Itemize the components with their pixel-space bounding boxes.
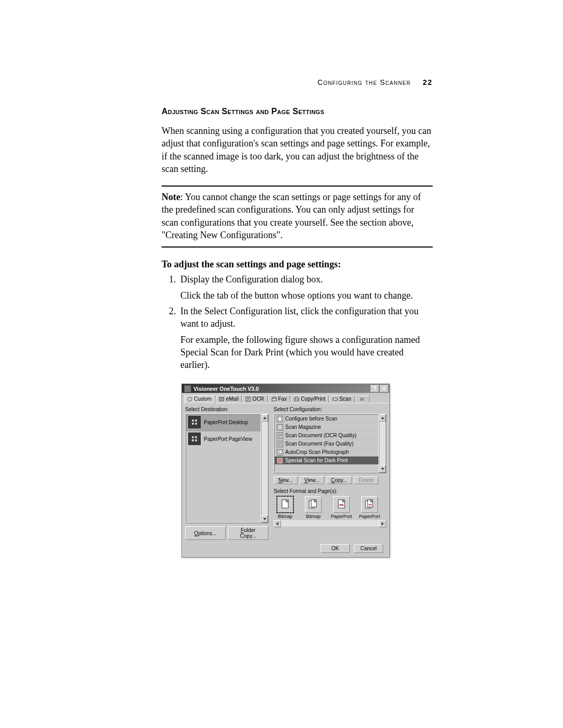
svg-rect-10 [278,417,282,421]
dialog-footer: OK Cancel [185,540,386,557]
step-1-text-b: Click the tab of the button whose option… [180,289,433,302]
step-2-text-b: For example, the following figure shows … [180,334,433,372]
config-autocrop-photo[interactable]: AutoCrop Scan Photograph [275,448,378,456]
paperport-pageview-icon [188,433,201,445]
tab-copyprint-label: Copy/Print [301,396,325,402]
config-special-scan-dark-print[interactable]: Special Scan for Dark Print [275,456,378,465]
tab-settings[interactable] [356,396,370,403]
hscroll-right-button[interactable] [379,520,386,527]
select-destination-label: Select Destination: [185,406,268,412]
folder-copy-button[interactable]: Folder Copy... [228,526,268,540]
destination-paperport-desktop-label: PaperPort Desktop [204,419,248,425]
config-label-2: Scan Document (OCR Quality) [285,433,357,438]
copy-config-button[interactable]: Copy... [326,476,352,484]
cfg-scroll-track[interactable] [380,422,386,465]
custom-config-icon [277,458,283,464]
svg-rect-24 [369,504,372,505]
right-column: Select Configuration: Configure before S… [274,406,386,540]
format-hscrollbar[interactable] [274,520,386,526]
dialog-window: Visioneer OneTouch V3.0 ? × Custom eMail [181,384,390,558]
photo-icon [277,449,283,455]
tab-custom-label: Custom [194,396,212,402]
tab-ocr[interactable]: OCR [242,395,267,403]
hscroll-left-button[interactable] [274,520,281,527]
ocr-icon [246,397,251,402]
scanner-icon [333,397,338,402]
format-paperport-multi-label: PaperPort [359,514,381,519]
format-paperport-multi[interactable]: PaperPort [358,496,381,519]
svg-rect-21 [339,504,344,506]
scroll-up-button[interactable] [262,414,268,422]
ok-button[interactable]: OK [321,544,350,553]
format-bitmap-multi-label: Bitmap [306,514,321,519]
printer-icon [294,397,299,402]
bitmap-multi-icon [305,496,322,513]
tab-scan-label: Scan [339,396,351,402]
config-scan-magazine[interactable]: Scan Magazine [275,423,378,431]
step-1-text-a: Display the Configuration dialog box. [180,274,323,285]
email-icon [219,397,224,402]
document-icon [277,416,283,422]
format-bitmap-single[interactable]: Bitmap [274,496,297,519]
tab-email[interactable]: eMail [216,395,242,403]
svg-rect-8 [360,398,362,401]
note-box: Note: You cannot change the scan setting… [162,186,433,248]
tab-scan[interactable]: Scan [329,395,355,403]
tab-copyprint[interactable]: Copy/Print [291,395,329,403]
tab-fax-label: Fax [278,396,287,402]
destination-scrollbar[interactable] [261,414,268,523]
fax-icon [272,397,277,402]
configuration-scrollbar[interactable] [379,414,386,473]
scroll-track[interactable] [262,422,268,515]
config-scan-document-ocr[interactable]: Scan Document (OCR Quality) [275,431,378,440]
svg-rect-16 [278,459,282,463]
cfg-scroll-down-button[interactable] [380,465,386,473]
view-config-button[interactable]: View... [300,476,324,484]
titlebar[interactable]: Visioneer OneTouch V3.0 ? × [182,384,389,393]
step-2: In the Select Configuration list, click … [178,305,433,371]
delete-config-button[interactable]: Delete [354,476,378,484]
paperport-multi-icon [361,496,378,513]
tab-custom[interactable]: Custom [184,395,215,403]
section-heading: Adjusting Scan Settings and Page Setting… [162,107,433,116]
svg-rect-9 [362,398,364,401]
format-paperport-single[interactable]: PaperPort [330,496,353,519]
config-scan-document-fax[interactable]: Scan Document (Fax Quality) [275,440,378,448]
cfg-scroll-up-button[interactable] [380,414,386,422]
left-column: Select Destination: PaperPort Desktop [185,406,268,540]
page-number: 22 [423,78,433,87]
tab-fax[interactable]: Fax [268,395,291,403]
hscroll-track[interactable] [281,520,379,526]
document-page: Configuring the Scanner 22 Adjusting Sca… [0,0,563,728]
config-label-5: Special Scan for Dark Print [285,458,348,463]
svg-rect-7 [333,398,337,400]
close-button[interactable]: × [380,385,388,392]
help-button[interactable]: ? [371,385,379,392]
note-text: : You cannot change the scan settings or… [162,192,421,240]
new-config-button[interactable]: New... [274,476,298,484]
format-bitmap-single-label: Bitmap [278,514,292,519]
destination-paperport-desktop[interactable]: PaperPort Desktop [186,415,261,431]
main-content: Adjusting Scan Settings and Page Setting… [162,107,433,558]
config-configure-before-scan[interactable]: Configure before Scan [275,415,378,423]
select-format-label: Select Format and Page(s): [274,488,386,494]
destination-listbox[interactable]: PaperPort Desktop PaperPort PageView [185,414,268,523]
svg-rect-4 [273,397,275,399]
destination-paperport-pageview[interactable]: PaperPort PageView [186,431,261,448]
running-header: Configuring the Scanner 22 [317,78,433,87]
cancel-button[interactable]: Cancel [354,544,383,553]
svg-point-0 [188,397,192,401]
options-button[interactable]: Options... [185,526,226,540]
scroll-down-button[interactable] [262,515,268,523]
step-1: Display the Configuration dialog box. Cl… [178,273,433,302]
procedure-heading: To adjust the scan settings and page set… [162,259,433,270]
tab-ocr-label: OCR [252,396,264,402]
svg-rect-6 [296,397,298,399]
paperport-single-icon [333,496,350,513]
svg-point-15 [279,451,280,452]
procedure-steps: Display the Configuration dialog box. Cl… [162,273,433,371]
configuration-listbox[interactable]: Configure before Scan Scan Magazine Scan… [274,414,386,473]
format-bitmap-multi[interactable]: Bitmap [302,496,325,519]
running-header-text: Configuring the Scanner [317,78,411,87]
svg-rect-11 [278,425,282,429]
